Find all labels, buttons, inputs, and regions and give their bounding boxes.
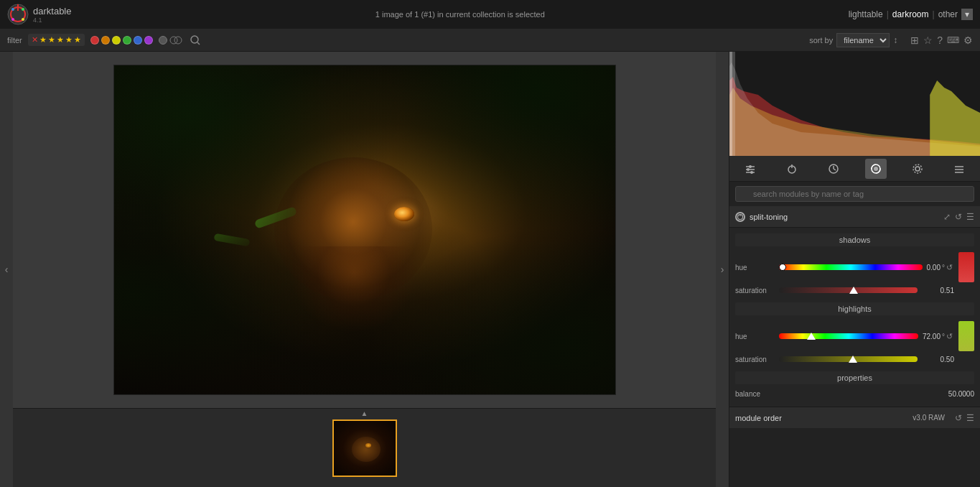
color-circle-purple[interactable]	[144, 36, 153, 45]
hue-shadows-track[interactable]	[779, 264, 923, 270]
star-3[interactable]: ★	[57, 35, 64, 45]
color-circle-yellow[interactable]	[112, 36, 121, 45]
star-2[interactable]: ★	[48, 35, 55, 45]
hue-shadows-value-area: 0.00 ° ↺	[927, 263, 953, 272]
nav-darkroom[interactable]: darkroom	[892, 9, 929, 19]
search-wrap: 🔍	[735, 186, 974, 202]
left-nav-arrow[interactable]: ‹	[0, 52, 13, 487]
svg-point-17	[749, 165, 752, 168]
hue-shadows-reset[interactable]: ↺	[946, 263, 953, 272]
and-circle[interactable]	[159, 36, 167, 45]
panel-toolbar	[729, 156, 980, 182]
star-1[interactable]: ★	[39, 35, 47, 45]
hue-highlights-slider-wrap[interactable]	[779, 331, 918, 341]
color-btn[interactable]	[865, 159, 887, 179]
menu-icon	[953, 163, 965, 175]
nav-sep1: |	[887, 9, 889, 19]
color-circle-red[interactable]	[90, 36, 99, 45]
sat-shadows-thumb[interactable]	[849, 287, 858, 294]
presets-icon	[828, 163, 839, 175]
module-reset-icon[interactable]: ↺	[955, 212, 962, 222]
module-action-icons: ⤢ ↺ ☰	[943, 212, 974, 222]
sat-shadows-track[interactable]	[779, 287, 918, 293]
sort-select[interactable]: filename date rating	[836, 33, 890, 47]
view-grid-icon[interactable]: ⊞	[910, 34, 919, 46]
svg-point-26	[874, 167, 878, 171]
status-text: 1 image of 1 (#1) in current collection …	[79, 10, 841, 19]
reject-icon: ✕	[32, 35, 38, 45]
view-settings-icon[interactable]: ⚙	[963, 34, 973, 46]
view-help-icon[interactable]: ?	[937, 34, 943, 46]
hue-shadows-thumb[interactable]	[779, 264, 786, 271]
svg-point-29	[913, 164, 922, 173]
filmstrip-toggle[interactable]: ▲	[354, 409, 375, 417]
star-5[interactable]: ★	[74, 35, 81, 45]
hue-highlights-track[interactable]	[779, 333, 918, 339]
hue-shadows-row: hue 0.00 ° ↺	[735, 252, 974, 282]
svg-point-4	[22, 8, 24, 11]
power-icon	[786, 163, 798, 175]
balance-value: 50.0000	[948, 390, 974, 398]
module-order-menu-icon[interactable]: ☰	[966, 413, 974, 423]
nav-dropdown[interactable]: ▾	[961, 9, 973, 20]
hue-highlights-unit: °	[942, 333, 945, 340]
filmstrip: ▲	[13, 408, 716, 487]
shadows-label: shadows	[735, 233, 974, 246]
right-nav-arrow[interactable]: ›	[716, 52, 729, 487]
gear-icon	[912, 163, 923, 175]
menu-btn[interactable]	[948, 159, 970, 179]
search-icon	[190, 35, 200, 45]
color-wheel-icon	[870, 163, 882, 175]
history-btn[interactable]	[823, 159, 844, 179]
sat-shadows-slider-wrap[interactable]	[779, 285, 918, 295]
main-area: ‹ ▲	[0, 52, 980, 487]
sat-highlights-label: saturation	[735, 356, 775, 363]
balance-label: balance	[735, 390, 775, 398]
split-toning-header[interactable]: split-toning ⤢ ↺ ☰	[729, 206, 980, 228]
module-power-btn[interactable]	[735, 212, 745, 222]
search-button[interactable]	[188, 33, 202, 47]
module-panel[interactable]: split-toning ⤢ ↺ ☰ shadows hue	[729, 206, 980, 487]
view-keyboard-icon[interactable]: ⌨	[947, 35, 959, 45]
module-presets-icon[interactable]: ☰	[966, 212, 974, 222]
presets-btn[interactable]	[907, 159, 928, 179]
svg-point-9	[191, 36, 198, 43]
image-viewer[interactable]	[13, 52, 716, 408]
star-rating[interactable]: ✕ ★ ★ ★ ★ ★	[28, 34, 85, 46]
color-circle-blue[interactable]	[134, 36, 142, 45]
module-maximize-icon[interactable]: ⤢	[943, 212, 951, 222]
photo-background	[114, 65, 615, 394]
nav-other[interactable]: other	[938, 9, 958, 19]
color-circle-orange[interactable]	[101, 36, 110, 45]
sat-highlights-slider-wrap[interactable]	[779, 354, 918, 364]
hue-highlights-thumb[interactable]	[807, 333, 816, 340]
svg-point-3	[11, 8, 14, 11]
and-or-intersection[interactable]	[169, 36, 182, 45]
center-content: ▲	[13, 52, 716, 487]
film-thumbnail-1[interactable]	[332, 419, 397, 477]
svg-point-8	[174, 37, 182, 44]
sort-direction-icon[interactable]: ↕	[893, 35, 897, 45]
hue-highlights-reset[interactable]: ↺	[946, 332, 953, 341]
view-star-icon[interactable]: ☆	[923, 34, 933, 46]
module-order-bar: module order v3.0 RAW ↺ ☰	[729, 407, 980, 428]
nav-sep2: |	[933, 9, 935, 19]
color-circle-green[interactable]	[123, 36, 131, 45]
logo-version: 4.1	[33, 17, 71, 24]
sat-shadows-label: saturation	[735, 287, 775, 294]
thumb-cat-glow	[352, 437, 381, 462]
sat-highlights-thumb[interactable]	[849, 356, 857, 363]
power-btn[interactable]	[781, 159, 803, 179]
filter-bar: filter ✕ ★ ★ ★ ★ ★ sort by f	[0, 29, 980, 52]
hue-shadows-slider-wrap[interactable]	[779, 262, 923, 272]
nav-lighttable[interactable]: lighttable	[849, 9, 883, 19]
module-order-reset-icon[interactable]: ↺	[955, 413, 962, 423]
sat-highlights-track[interactable]	[779, 356, 918, 362]
histogram	[729, 52, 980, 156]
star-4[interactable]: ★	[65, 35, 73, 45]
svg-rect-13	[729, 52, 732, 156]
filter-label: filter	[7, 36, 22, 45]
svg-line-10	[197, 42, 200, 45]
corrections-btn[interactable]	[739, 159, 761, 179]
search-modules-input[interactable]	[735, 186, 974, 202]
